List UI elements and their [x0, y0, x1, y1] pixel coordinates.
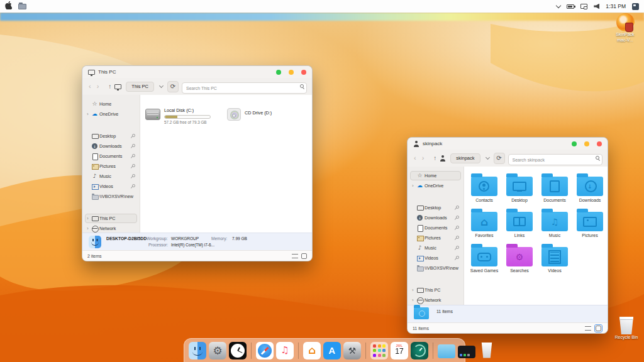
back-button[interactable]: ‹	[413, 155, 418, 162]
up-button[interactable]: ↑	[108, 83, 111, 90]
folder-tile-music[interactable]: ♫Music	[537, 208, 572, 238]
app-store-icon[interactable]: A	[323, 342, 341, 359]
grid-view-icon[interactable]	[301, 253, 307, 259]
calendar-day: 17	[391, 348, 408, 356]
trash-icon[interactable]	[478, 342, 496, 359]
sidebar-item-desktop[interactable]: Desktop	[85, 131, 137, 141]
sidebar-item-downloads[interactable]: Downloads	[410, 213, 461, 222]
drive-cd-d[interactable]: CD Drive (D:)	[227, 107, 272, 124]
close-button[interactable]	[597, 141, 602, 146]
window-black-icon[interactable]	[458, 346, 475, 358]
finder-icon[interactable]	[189, 342, 206, 359]
refresh-button[interactable]: ⟳	[167, 81, 179, 92]
folder-tile-links[interactable]: Links	[502, 208, 537, 238]
up-button[interactable]: ↑	[433, 155, 436, 162]
home-app-icon[interactable]: ⌂	[303, 342, 321, 359]
folder-tile-searches[interactable]: ⚙Searches	[502, 243, 537, 273]
sidebar-item-this-pc[interactable]: ›This PC	[85, 214, 137, 223]
forward-button[interactable]: ›	[421, 155, 426, 162]
search-input[interactable]	[182, 82, 307, 94]
titlebar[interactable]: This PC	[82, 66, 312, 78]
sidebar-item-videos[interactable]: Videos	[410, 253, 461, 263]
sidebar-item-music[interactable]: ♪Music	[410, 243, 461, 253]
music-app-icon[interactable]: ♫	[276, 342, 294, 359]
folder-tile-favorites[interactable]: ⌂Favorites	[467, 208, 502, 238]
user-folder-icon	[413, 141, 419, 147]
folder-tile-downloads[interactable]: ↓Downloads	[572, 173, 608, 202]
desktop-icon-skinpack[interactable]: SkinPack mac-V...	[608, 13, 643, 43]
volume-icon[interactable]	[594, 4, 599, 9]
folder-tile-saved-games[interactable]: Saved Games	[467, 243, 502, 273]
sidebar-item-network[interactable]: ›Network	[85, 224, 137, 233]
sidebar-item-onedrive[interactable]: ›☁OneDrive	[410, 181, 461, 190]
titlebar[interactable]: skinpack	[408, 138, 608, 150]
sidebar-item-network[interactable]: ›Network	[410, 295, 461, 305]
grid-view-icon[interactable]	[596, 326, 601, 331]
file-explorer-menu-icon[interactable]	[18, 4, 26, 9]
finder-eyes	[194, 347, 196, 350]
list-view-icon[interactable]	[292, 254, 298, 258]
address-dropdown-icon[interactable]	[159, 84, 164, 88]
file-list-area[interactable]: ContactsDesktopDocuments↓Downloads⌂Favor…	[464, 167, 608, 305]
folder-tile-documents[interactable]: Documents	[537, 173, 572, 202]
music-note-icon: ♫	[276, 342, 294, 359]
folder-tile-videos[interactable]: Videos	[537, 243, 572, 273]
workgroup-label: Workgroup:	[147, 236, 167, 241]
folder-icon: ⚙	[506, 247, 533, 266]
minimize-button[interactable]	[289, 70, 294, 75]
time-machine-icon[interactable]	[411, 342, 428, 359]
back-button[interactable]: ‹	[87, 83, 92, 90]
address-dropdown-icon[interactable]	[485, 155, 489, 160]
drive-local-disk-c[interactable]: Local Disk (C:) 57.2 GB free of 79.3 GB	[145, 107, 211, 124]
folder-icon: ⌂	[471, 212, 497, 231]
folder-label: Videos	[537, 268, 572, 273]
download-icon	[91, 143, 98, 150]
breadcrumb[interactable]: skinpack	[450, 153, 480, 163]
list-view-icon[interactable]	[585, 326, 591, 331]
sidebar-item-videos[interactable]: Videos	[85, 182, 137, 191]
clock-time[interactable]: 1:31 PM	[606, 3, 626, 9]
sidebar-item-home[interactable]: ☆Home	[85, 99, 137, 109]
display-icon[interactable]	[580, 4, 587, 9]
sidebar-item-music[interactable]: ♪Music	[85, 172, 137, 181]
folder-tile-pictures[interactable]: Pictures	[572, 208, 608, 238]
minimize-button[interactable]	[584, 141, 589, 146]
desktop-icon-recycle-bin[interactable]: Recycle Bin	[609, 317, 644, 341]
sidebar-item-vboxsvr-new[interactable]: \\VBOXSVR\new	[85, 192, 137, 201]
folder-tile-desktop[interactable]: Desktop	[502, 173, 537, 202]
sidebar-item-pictures[interactable]: Pictures	[85, 162, 137, 171]
launchpad-icon[interactable]	[370, 342, 388, 359]
apple-menu-icon[interactable]	[5, 1, 12, 12]
sidebar-item-documents[interactable]: Documents	[85, 151, 137, 161]
zoom-button[interactable]	[276, 70, 281, 75]
refresh-button[interactable]: ⟳	[494, 153, 505, 164]
settings-icon[interactable]: ⚙	[209, 342, 226, 359]
battery-icon[interactable]	[567, 4, 574, 9]
safari-icon[interactable]	[256, 342, 274, 359]
close-button[interactable]	[301, 70, 306, 75]
drive-name: CD Drive (D:)	[245, 110, 272, 116]
launchpad-dot	[378, 349, 381, 352]
notification-center-icon[interactable]	[632, 3, 639, 10]
sidebar-item-documents[interactable]: Documents	[410, 223, 461, 233]
sidebar-item-label: This PC	[425, 287, 459, 293]
zoom-button[interactable]	[572, 141, 577, 146]
calendar-icon[interactable]: JUL17	[391, 342, 408, 359]
window-blue-icon[interactable]	[438, 344, 455, 358]
sidebar-item-onedrive[interactable]: ›☁OneDrive	[85, 109, 137, 119]
clock-icon[interactable]	[229, 342, 247, 359]
utilities-icon[interactable]: ⚒	[343, 342, 361, 359]
search-icon	[596, 156, 599, 160]
sidebar-item-home[interactable]: ☆Home	[410, 171, 461, 180]
sidebar-item-vboxsvr-new[interactable]: \\VBOXSVR\new	[410, 263, 461, 273]
hidden-icons-chevron-icon[interactable]	[556, 3, 561, 8]
forward-button[interactable]: ›	[96, 83, 101, 90]
folder-tile-contacts[interactable]: Contacts	[467, 173, 502, 202]
sidebar-item-desktop[interactable]: Desktop	[410, 203, 461, 212]
file-list-area[interactable]: Local Disk (C:) 57.2 GB free of 79.3 GB …	[140, 95, 312, 233]
sidebar-item-downloads[interactable]: Downloads	[85, 141, 137, 151]
sidebar-item-this-pc[interactable]: ›This PC	[410, 285, 461, 295]
search-input[interactable]	[508, 154, 602, 165]
breadcrumb[interactable]: This PC	[126, 82, 154, 92]
sidebar-item-pictures[interactable]: Pictures	[410, 233, 461, 243]
